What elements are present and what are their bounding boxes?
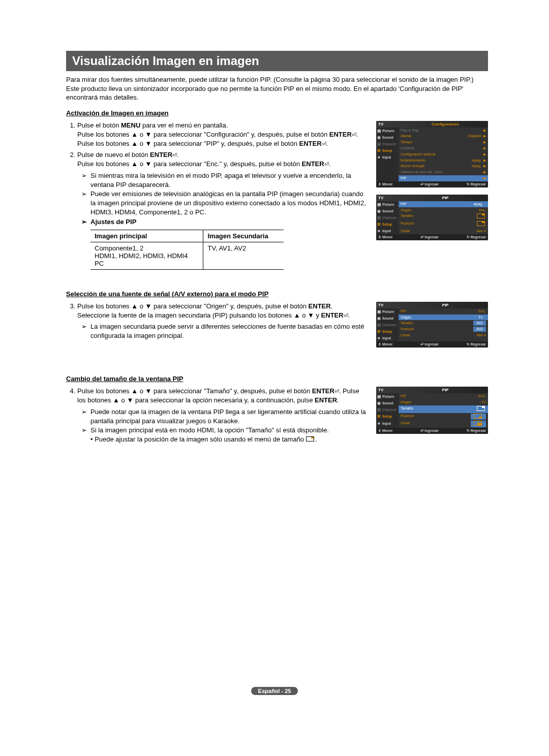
section-heading-source: Selección de una fuente de señal (A/V ex…	[66, 290, 488, 298]
text: • Puede ajustar la posición de la imagen…	[90, 435, 304, 443]
enter-label: ENTER	[302, 160, 324, 168]
enter-label: ENTER	[309, 302, 331, 310]
enter-label: ENTER	[321, 311, 344, 319]
note-source: La imagen secundaria puede servir a dife…	[81, 322, 366, 340]
osd-pip-size: TVPIP▣Picture◉Sound▤Channel✿Setup⎆InputP…	[376, 387, 488, 434]
section1-row: Pulse el botón MENU para ver el menú en …	[66, 121, 488, 270]
section3-text: Pulse los botones ▲ o ▼ para seleccionar…	[66, 387, 366, 444]
table-cell-main: Componente1, 2 HDMI1, HDMI2, HDMI3, HDMI…	[90, 242, 203, 269]
text: Pulse los botones ▲ o ▼ para seleccionar…	[77, 131, 329, 138]
osd-config: TVConfiguración▣Picture◉Sound▤Channel✿Se…	[376, 121, 488, 187]
note-2: Puede ver emisiones de televisión analóg…	[81, 190, 366, 217]
pip-settings-table: Imagen principal Imagen Secundaria Compo…	[90, 230, 284, 270]
menu-label: MENU	[121, 121, 140, 129]
page-title: Visualización Imagen en imagen	[66, 51, 488, 71]
table-cell-sub: TV, AV1, AV2	[203, 242, 284, 269]
text: Pulse de nuevo el botón	[77, 151, 150, 159]
intro-paragraph: Para mirar dos fuentes simultáneamente, …	[66, 75, 488, 102]
text: Pulse los botones ▲ o ▼ para seleccionar…	[77, 140, 299, 147]
step-3: Pulse los botones ▲ o ▼ para seleccionar…	[77, 302, 366, 320]
section2-text: Pulse los botones ▲ o ▼ para seleccionar…	[66, 302, 366, 341]
page-number: Español - 25	[251, 687, 298, 695]
enter-icon: ⏎	[172, 152, 177, 158]
section2-row: Pulse los botones ▲ o ▼ para seleccionar…	[66, 302, 488, 355]
enter-icon: ⏎	[352, 132, 356, 138]
note-3-label: Ajustes de PIP	[81, 217, 366, 227]
section1-osds: TVConfiguración▣Picture◉Sound▤Channel✿Se…	[376, 121, 488, 248]
enter-label: ENTER	[299, 140, 322, 147]
table-header-main: Imagen principal	[90, 230, 203, 242]
step-1: Pulse el botón MENU para ver el menú en …	[77, 121, 366, 149]
enter-icon: ⏎	[324, 161, 329, 167]
section-heading-activation: Activación de Imagen en imagen	[66, 109, 488, 117]
enter-label: ENTER	[315, 396, 337, 404]
note-size-hdmi: Si la imagen principal está en modo HDMI…	[81, 426, 366, 444]
step-2: Pulse de nuevo el botón ENTER⏎. Pulse lo…	[77, 150, 366, 169]
text: Pulse los botones ▲ o ▼ para seleccionar…	[77, 160, 302, 168]
enter-label: ENTER	[150, 151, 172, 159]
step-4: Pulse los botones ▲ o ▼ para seleccionar…	[77, 387, 366, 405]
section3-osd: TVPIP▣Picture◉Sound▤Channel✿Setup⎆InputP…	[376, 387, 488, 441]
section2-osd: TVPIP▣Picture◉Sound▤Channel✿Setup⎆InputP…	[376, 302, 488, 355]
text: Pulse el botón	[77, 121, 121, 129]
section3-row: Pulse los botones ▲ o ▼ para seleccionar…	[66, 387, 488, 444]
note-size-artif: Puede notar que la imagen de la ventana …	[81, 407, 366, 426]
text: Si la imagen principal está en modo HDMI…	[90, 426, 329, 434]
enter-label: ENTER	[329, 131, 352, 138]
table-header-sub: Imagen Secundaria	[203, 230, 284, 242]
enter-icon: ⏎	[344, 312, 348, 319]
section-heading-size: Cambio del tamaño de la ventana PIP	[66, 375, 488, 383]
enter-label: ENTER	[312, 387, 334, 395]
size-menu-icon	[306, 436, 314, 442]
text: Pulse los botones ▲ o ▼ para seleccionar…	[77, 387, 312, 395]
enter-icon: ⏎	[322, 141, 326, 147]
text: Pulse los botones ▲ o ▼ para seleccionar…	[77, 302, 309, 310]
osd-pip-source: TVPIP▣Picture◉Sound▤Channel✿Setup⎆InputP…	[376, 302, 488, 348]
enter-icon: ⏎	[334, 388, 339, 394]
text: para ver el menú en pantalla.	[140, 121, 228, 129]
page-footer: Español - 25	[0, 687, 549, 695]
section1-text: Pulse el botón MENU para ver el menú en …	[66, 121, 366, 270]
page-content: Visualización Imagen en imagen Para mira…	[0, 0, 549, 464]
note-1: Si mientras mira la televisión en el mod…	[81, 171, 366, 190]
osd-pip-onoff: TVPIP▣Picture◉Sound▤Channel✿Setup⎆InputP…	[376, 195, 488, 240]
